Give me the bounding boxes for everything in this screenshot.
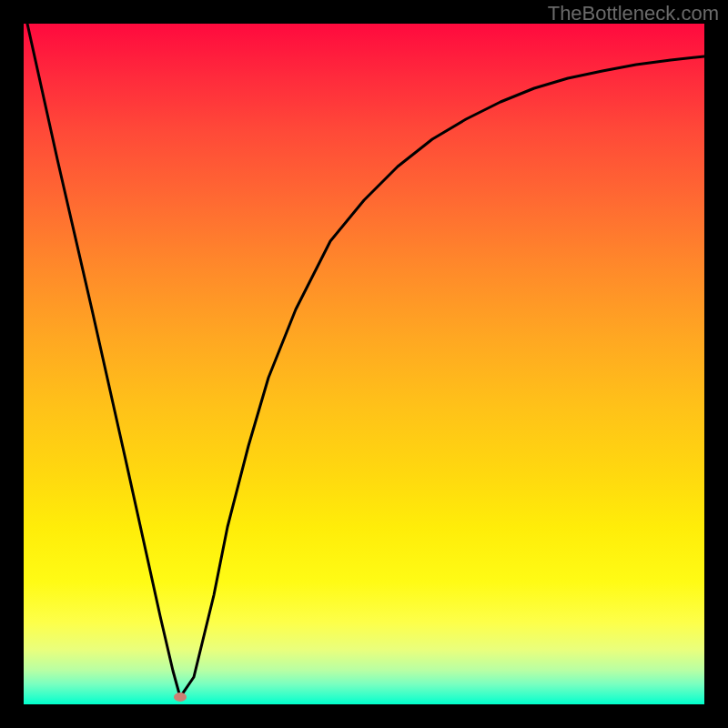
watermark-text: TheBottleneck.com xyxy=(548,2,719,25)
chart-frame: TheBottleneck.com xyxy=(0,0,728,728)
curve-svg xyxy=(24,24,704,704)
plot-area xyxy=(24,24,704,704)
curve-minimum-marker xyxy=(174,693,187,702)
bottleneck-curve xyxy=(27,24,704,697)
